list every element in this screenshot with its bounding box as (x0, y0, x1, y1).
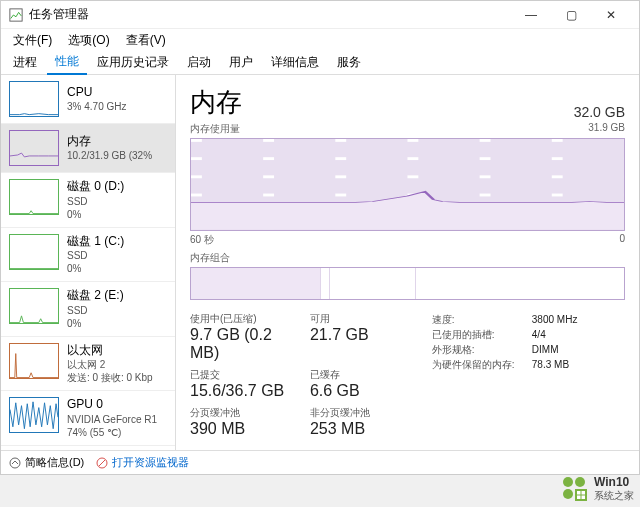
stats: 使用中(已压缩)9.7 GB (0.2 MB) 可用21.7 GB 已提交15.… (190, 312, 625, 444)
win-logo-icon (562, 476, 588, 502)
sidebar-disk0-title: 磁盘 0 (D:) (67, 179, 124, 195)
sidebar-item-gpu[interactable]: GPU 0NVIDIA GeForce R174% (55 ℃) (1, 391, 175, 446)
ethernet-sparkline (9, 343, 59, 379)
svg-point-5 (575, 477, 585, 487)
sidebar-cpu-sub: 3% 4.70 GHz (67, 100, 126, 113)
usage-label: 内存使用量 (190, 122, 240, 136)
memory-capacity: 32.0 GB (574, 104, 625, 120)
svg-rect-9 (582, 491, 586, 495)
svg-point-6 (563, 489, 573, 499)
form-key: 外形规格: (432, 342, 532, 357)
nonpaged-value: 253 MB (310, 420, 422, 438)
svg-rect-8 (577, 491, 581, 495)
tabbar: 进程 性能 应用历史记录 启动 用户 详细信息 服务 (1, 51, 639, 75)
svg-line-3 (99, 460, 105, 466)
window-title: 任务管理器 (29, 6, 511, 23)
tab-services[interactable]: 服务 (329, 51, 369, 74)
sidebar-item-disk1[interactable]: 磁盘 1 (C:)SSD0% (1, 228, 175, 283)
titlebar: 任务管理器 ― ▢ ✕ (1, 1, 639, 29)
sidebar-item-memory[interactable]: 内存10.2/31.9 GB (32% (1, 124, 175, 173)
menubar: 文件(F) 选项(O) 查看(V) (1, 29, 639, 51)
disk1-sparkline (9, 234, 59, 270)
sidebar-gpu-title: GPU 0 (67, 397, 157, 413)
reserved-value: 78.3 MB (532, 357, 569, 372)
scale-left: 60 秒 (190, 233, 214, 247)
monitor-icon (96, 457, 108, 469)
nonpaged-label: 非分页缓冲池 (310, 406, 422, 420)
main-panel: 内存 32.0 GB 内存使用量31.9 GB 60 秒0 内存组合 (176, 75, 639, 450)
chevron-up-icon (9, 457, 21, 469)
disk2-sparkline (9, 288, 59, 324)
committed-label: 已提交 (190, 368, 302, 382)
reserved-key: 为硬件保留的内存: (432, 357, 532, 372)
sidebar: CPU3% 4.70 GHz 内存10.2/31.9 GB (32% 磁盘 0 … (1, 75, 176, 450)
sidebar-ethernet-title: 以太网 (67, 343, 153, 359)
menu-view[interactable]: 查看(V) (120, 30, 172, 51)
watermark: Win10系统之家 (562, 476, 634, 503)
inuse-label: 使用中(已压缩) (190, 312, 302, 326)
menu-file[interactable]: 文件(F) (7, 30, 58, 51)
tab-processes[interactable]: 进程 (5, 51, 45, 74)
sidebar-item-disk0[interactable]: 磁盘 0 (D:)SSD0% (1, 173, 175, 228)
sidebar-cpu-title: CPU (67, 85, 126, 101)
svg-point-1 (10, 458, 20, 468)
sidebar-item-disk2[interactable]: 磁盘 2 (E:)SSD0% (1, 282, 175, 337)
sidebar-item-ethernet[interactable]: 以太网以太网 2发送: 0 接收: 0 Kbp (1, 337, 175, 392)
sidebar-disk2-title: 磁盘 2 (E:) (67, 288, 124, 304)
composition-label: 内存组合 (190, 251, 625, 265)
paged-label: 分页缓冲池 (190, 406, 302, 420)
cached-label: 已缓存 (310, 368, 422, 382)
watermark-title: Win10 (594, 476, 634, 489)
memory-composition-graph (190, 267, 625, 300)
avail-value: 21.7 GB (310, 326, 422, 344)
fewer-details-button[interactable]: 简略信息(D) (9, 455, 84, 470)
svg-point-4 (563, 477, 573, 487)
gpu-sparkline (9, 397, 59, 433)
paged-value: 390 MB (190, 420, 302, 438)
close-button[interactable]: ✕ (591, 2, 631, 28)
sidebar-disk1-title: 磁盘 1 (C:) (67, 234, 124, 250)
form-value: DIMM (532, 342, 559, 357)
sidebar-memory-sub: 10.2/31.9 GB (32% (67, 149, 152, 162)
memory-sparkline (9, 130, 59, 166)
open-resource-monitor-link[interactable]: 打开资源监视器 (96, 455, 189, 470)
inuse-value: 9.7 GB (0.2 MB) (190, 326, 302, 362)
menu-options[interactable]: 选项(O) (62, 30, 115, 51)
avail-label: 可用 (310, 312, 422, 326)
scale-right: 0 (619, 233, 625, 247)
cpu-sparkline (9, 81, 59, 117)
slots-value: 4/4 (532, 327, 546, 342)
sidebar-memory-title: 内存 (67, 134, 152, 150)
committed-value: 15.6/36.7 GB (190, 382, 302, 400)
svg-rect-10 (577, 496, 581, 500)
task-manager-window: 任务管理器 ― ▢ ✕ 文件(F) 选项(O) 查看(V) 进程 性能 应用历史… (0, 0, 640, 475)
speed-key: 速度: (432, 312, 532, 327)
speed-value: 3800 MHz (532, 312, 578, 327)
cached-value: 6.6 GB (310, 382, 422, 400)
tab-startup[interactable]: 启动 (179, 51, 219, 74)
tab-users[interactable]: 用户 (221, 51, 261, 74)
slots-key: 已使用的插槽: (432, 327, 532, 342)
maximize-button[interactable]: ▢ (551, 2, 591, 28)
tab-details[interactable]: 详细信息 (263, 51, 327, 74)
tab-performance[interactable]: 性能 (47, 50, 87, 75)
page-title: 内存 (190, 85, 242, 120)
sidebar-item-cpu[interactable]: CPU3% 4.70 GHz (1, 75, 175, 124)
tab-apphistory[interactable]: 应用历史记录 (89, 51, 177, 74)
memory-usage-graph (190, 138, 625, 231)
minimize-button[interactable]: ― (511, 2, 551, 28)
svg-rect-7 (575, 489, 587, 501)
disk0-sparkline (9, 179, 59, 215)
footer: 简略信息(D) 打开资源监视器 (1, 450, 639, 474)
svg-rect-11 (582, 496, 586, 500)
app-icon (9, 8, 23, 22)
usage-max: 31.9 GB (588, 122, 625, 136)
watermark-sub: 系统之家 (594, 489, 634, 503)
